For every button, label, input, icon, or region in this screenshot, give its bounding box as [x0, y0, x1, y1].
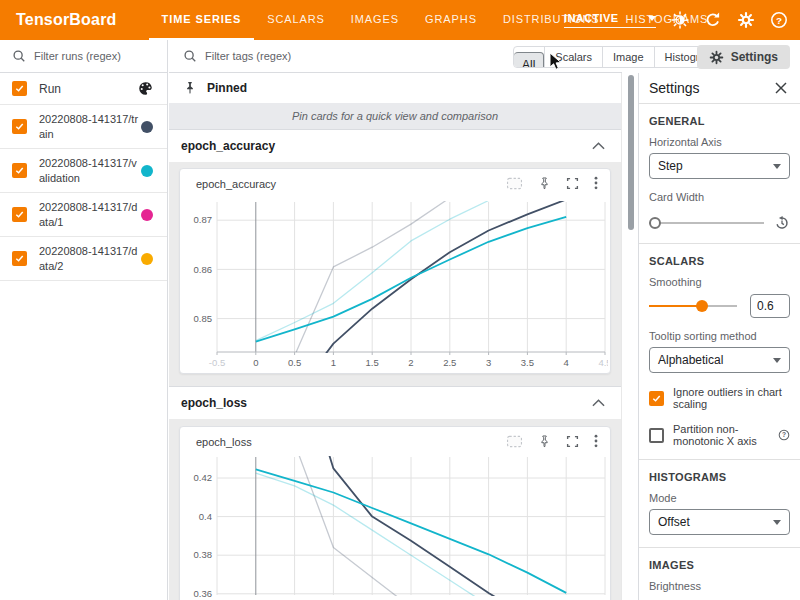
- section-title: epoch_accuracy: [181, 139, 592, 153]
- cards-column: Pinned Pin cards for a quick view and co…: [169, 73, 622, 600]
- tooltip-sorting-label: Tooltip sorting method: [649, 330, 790, 342]
- horizontal-axis-label: Horizontal Axis: [649, 136, 790, 148]
- run-filter-row: [0, 40, 167, 73]
- divider: [639, 243, 800, 244]
- run-color-dot[interactable]: [141, 209, 153, 221]
- fullscreen-icon[interactable]: [566, 177, 579, 190]
- more-options-icon[interactable]: [594, 176, 598, 190]
- gear-icon[interactable]: [737, 11, 755, 29]
- tab-graphs[interactable]: GRAPHS: [412, 0, 490, 40]
- horizontal-axis-select[interactable]: Step: [649, 153, 790, 179]
- chevron-down-icon: [648, 16, 656, 21]
- run-checkbox[interactable]: [12, 207, 27, 222]
- settings-panel: Settings GENERAL Horizontal Axis Step Ca…: [638, 73, 800, 600]
- svg-text:3.5: 3.5: [521, 357, 534, 368]
- filter-all-button[interactable]: All: [514, 52, 544, 68]
- epoch-loss-zone: epoch_loss: [169, 419, 621, 600]
- run-checkbox[interactable]: [12, 119, 27, 134]
- pin-icon: [183, 81, 197, 95]
- chevron-up-icon[interactable]: [592, 399, 605, 407]
- tag-toolbar: All Scalars Image Histogram Settings: [169, 40, 800, 73]
- images-heading: IMAGES: [649, 559, 790, 571]
- chevron-down-icon: [773, 358, 781, 363]
- card-title: epoch_accuracy: [196, 178, 276, 190]
- pin-icon[interactable]: [538, 177, 551, 190]
- smoothing-input[interactable]: [750, 294, 790, 318]
- tab-images[interactable]: IMAGES: [338, 0, 412, 40]
- filter-image-button[interactable]: Image: [602, 47, 654, 67]
- run-checkbox[interactable]: [12, 251, 27, 266]
- slider-thumb[interactable]: [696, 300, 708, 312]
- tag-filter-input[interactable]: [205, 50, 375, 62]
- epoch-loss-chart[interactable]: 0.420.40.380.36: [188, 454, 608, 599]
- section-header-epoch-loss[interactable]: epoch_loss: [169, 386, 621, 419]
- chevron-down-icon: [773, 164, 781, 169]
- chevron-up-icon[interactable]: [592, 142, 605, 150]
- select-all-runs-checkbox[interactable]: [12, 81, 27, 96]
- svg-text:3: 3: [486, 357, 491, 368]
- partition-x-axis-row[interactable]: Partition non-monotonic X axis ?: [649, 423, 790, 447]
- ignore-outliers-row[interactable]: Ignore outliers in chart scaling: [649, 386, 790, 410]
- epoch-accuracy-chart[interactable]: -0.500.511.522.533.544.50.850.860.87: [188, 199, 608, 369]
- run-row-train[interactable]: 20220808-141317/train: [0, 105, 167, 149]
- run-checkbox[interactable]: [12, 163, 27, 178]
- run-color-dot[interactable]: [141, 121, 153, 133]
- reset-icon[interactable]: [774, 215, 790, 231]
- pinned-title: Pinned: [207, 81, 247, 95]
- partition-x-axis-checkbox[interactable]: [649, 428, 664, 443]
- settings-button[interactable]: Settings: [697, 45, 790, 69]
- svg-text:0: 0: [253, 357, 258, 368]
- run-color-dot[interactable]: [141, 253, 153, 265]
- help-icon[interactable]: ?: [770, 11, 788, 29]
- smoothing-label: Smoothing: [649, 276, 790, 288]
- histogram-mode-select[interactable]: Offset: [649, 509, 790, 535]
- svg-text:0.38: 0.38: [194, 549, 213, 560]
- tag-type-filter-group: All Scalars Image Histogram: [513, 46, 726, 68]
- run-label: 20220808-141317/data/1: [39, 200, 141, 230]
- palette-icon[interactable]: [138, 81, 153, 96]
- tab-scalars[interactable]: SCALARS: [254, 0, 338, 40]
- reload-status-dropdown[interactable]: INACTIVE: [564, 12, 656, 28]
- pin-icon[interactable]: [538, 435, 551, 448]
- run-filter-input[interactable]: [34, 50, 144, 62]
- smoothing-slider[interactable]: [649, 305, 737, 307]
- svg-text:0.87: 0.87: [194, 214, 213, 225]
- app-header: TensorBoard TIME SERIES SCALARS IMAGES G…: [0, 0, 800, 40]
- section-title: epoch_loss: [181, 396, 592, 410]
- run-row-data-2[interactable]: 20220808-141317/data/2: [0, 237, 167, 281]
- filter-scalars-button[interactable]: Scalars: [544, 47, 602, 67]
- close-icon[interactable]: [774, 81, 788, 95]
- runs-column-label: Run: [39, 82, 138, 96]
- section-header-epoch-accuracy[interactable]: epoch_accuracy: [169, 129, 621, 162]
- settings-panel-title: Settings: [649, 80, 700, 96]
- svg-text:1.5: 1.5: [366, 357, 379, 368]
- svg-text:0.42: 0.42: [194, 472, 213, 483]
- tooltip-sorting-select[interactable]: Alphabetical: [649, 347, 790, 373]
- more-options-icon[interactable]: [594, 434, 598, 448]
- fit-domain-icon[interactable]: [506, 435, 523, 448]
- general-heading: GENERAL: [649, 115, 790, 127]
- run-color-dot[interactable]: [141, 165, 153, 177]
- brightness-label: Brightness: [649, 580, 790, 592]
- fullscreen-icon[interactable]: [566, 435, 579, 448]
- svg-text:4.5: 4.5: [598, 357, 608, 368]
- pinned-empty-message: Pin cards for a quick view and compariso…: [169, 103, 621, 129]
- divider: [639, 547, 800, 548]
- vertical-scrollbar[interactable]: [628, 75, 634, 230]
- svg-text:?: ?: [782, 431, 786, 438]
- card-width-slider[interactable]: [649, 222, 764, 224]
- run-label: 20220808-141317/train: [39, 112, 141, 142]
- svg-text:4: 4: [564, 357, 569, 368]
- svg-text:-0.5: -0.5: [209, 357, 225, 368]
- run-row-data-1[interactable]: 20220808-141317/data/1: [0, 193, 167, 237]
- refresh-icon[interactable]: [704, 11, 722, 29]
- run-row-validation[interactable]: 20220808-141317/validation: [0, 149, 167, 193]
- search-icon: [183, 49, 197, 63]
- help-icon[interactable]: ?: [778, 429, 790, 441]
- ignore-outliers-checkbox[interactable]: [649, 391, 664, 406]
- svg-text:0.85: 0.85: [194, 313, 213, 324]
- tab-time-series[interactable]: TIME SERIES: [149, 0, 255, 40]
- brightness-toggle-icon[interactable]: [671, 11, 689, 29]
- fit-domain-icon[interactable]: [506, 177, 523, 190]
- slider-thumb[interactable]: [649, 217, 661, 229]
